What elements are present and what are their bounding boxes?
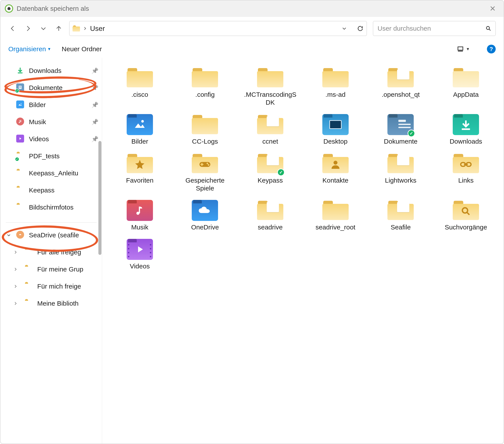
breadcrumb-segment[interactable]: User: [90, 25, 105, 33]
sidebar-item-pdf_tests[interactable]: ✓PDF_tests: [0, 148, 102, 165]
file-tile[interactable]: AppData: [436, 66, 496, 106]
file-tile[interactable]: .config: [175, 66, 235, 106]
address-dropdown-button[interactable]: [342, 26, 347, 31]
file-tile[interactable]: .MCTranscodingSDK: [240, 66, 300, 106]
folder-icon: [72, 25, 80, 32]
file-tile[interactable]: .cisco: [110, 66, 170, 106]
file-tile[interactable]: Downloads: [436, 113, 496, 145]
folder-icon: [127, 68, 153, 87]
music-folder-icon: [127, 200, 153, 221]
search-icon: [485, 25, 491, 32]
file-tile[interactable]: seadrive_root: [306, 198, 365, 231]
file-tile[interactable]: Links: [436, 152, 496, 192]
body: Downloads📌✓Dokumente📌Bilder📌Musik📌Videos…: [0, 58, 504, 444]
new-folder-button[interactable]: Neuer Ordner: [62, 45, 102, 53]
file-grid: .cisco.config.MCTranscodingSDK.ms-ad.ope…: [110, 66, 496, 270]
svg-point-19: [462, 208, 468, 213]
search-icon: [461, 206, 471, 217]
sidebar-item-keepass_anl[interactable]: Keepass_Anleitu: [0, 165, 102, 182]
file-tile[interactable]: Musik: [110, 198, 170, 231]
file-tile-label: Bilder: [131, 137, 148, 145]
view-mode-button[interactable]: ▼: [457, 46, 470, 52]
chevron-right-icon[interactable]: [14, 284, 18, 288]
seadrive-icon: [16, 231, 24, 239]
sidebar-item-seadrive-child[interactable]: Für mich freige: [0, 278, 102, 295]
up-button[interactable]: [54, 24, 63, 33]
sidebar-item-seadrive[interactable]: SeaDrive (seafile: [0, 227, 102, 244]
folder-icon: [387, 154, 414, 173]
file-tile-label: ccnet: [262, 137, 278, 145]
file-tile[interactable]: ✓Dokumente: [371, 113, 431, 145]
forward-button[interactable]: [24, 24, 33, 33]
sync-badge-icon: ✓: [15, 157, 19, 161]
folder-icon: [453, 68, 479, 87]
sidebar-divider: [6, 222, 97, 223]
sidebar-item-label: PDF_tests: [29, 152, 60, 160]
chevron-down-icon[interactable]: [7, 233, 11, 237]
file-tile[interactable]: .openshot_qt: [371, 66, 431, 106]
file-tile[interactable]: ✓Keypass: [240, 152, 300, 192]
sidebar-item-keepass[interactable]: Keepass: [0, 182, 102, 199]
refresh-button[interactable]: [357, 25, 363, 32]
folder-icon: [192, 68, 218, 87]
titlebar: Datenbank speichern als ✕: [0, 0, 504, 17]
sidebar-item-seadrive-child[interactable]: Für meine Grup: [0, 261, 102, 278]
star-icon: [134, 159, 145, 170]
sidebar-item-label: SeaDrive (seafile: [29, 231, 79, 239]
chevron-right-icon[interactable]: [14, 302, 18, 306]
file-tile[interactable]: Kontakte: [306, 152, 365, 192]
sidebar-item-seadrive-child[interactable]: Für alle freigeg: [0, 244, 102, 261]
back-button[interactable]: [8, 24, 17, 33]
sidebar-item-label: Bildschirmfotos: [29, 204, 73, 211]
sidebar-item-bilder[interactable]: Bilder📌: [0, 96, 102, 113]
file-tile[interactable]: Videos: [110, 237, 170, 270]
file-tile[interactable]: Bilder: [110, 113, 170, 145]
file-tile[interactable]: Seafile: [371, 198, 431, 231]
file-tile[interactable]: Gespeicherte Spiele: [175, 152, 235, 192]
file-tile-label: Videos: [130, 262, 150, 270]
search-box[interactable]: [373, 21, 496, 36]
sidebar-item-dokumente[interactable]: ✓Dokumente📌: [0, 79, 102, 96]
sidebar-item-label: Musik: [29, 118, 46, 126]
file-tile[interactable]: Favoriten: [110, 152, 170, 192]
pin-icon: 📌: [91, 85, 98, 91]
file-pane[interactable]: .cisco.config.MCTranscodingSDK.ms-ad.ope…: [102, 58, 504, 444]
folder-icon: [387, 68, 414, 87]
sidebar-item-label: Meine Biblioth: [37, 300, 78, 307]
sidebar-item-downloads[interactable]: Downloads📌: [0, 62, 102, 79]
file-tile[interactable]: .ms-ad: [306, 66, 365, 106]
chevron-right-icon: [83, 27, 87, 31]
svg-rect-5: [19, 87, 21, 87]
sidebar-item-label: Für alle freigeg: [37, 249, 81, 256]
sidebar-item-label: Dokumente: [29, 84, 62, 91]
folder-icon: [322, 154, 349, 173]
file-tile[interactable]: Lightworks: [371, 152, 431, 192]
sidebar-item-screenshots[interactable]: Bildschirmfotos: [0, 199, 102, 216]
file-tile-label: Musik: [131, 223, 148, 231]
file-tile[interactable]: Desktop: [306, 113, 365, 145]
person-icon: [330, 159, 341, 170]
sidebar-item-videos[interactable]: Videos📌: [0, 131, 102, 148]
file-tile[interactable]: Suchvorgänge: [436, 198, 496, 231]
address-bar[interactable]: User: [69, 21, 367, 36]
file-tile-label: Desktop: [324, 137, 347, 145]
file-tile[interactable]: OneDrive: [175, 198, 235, 231]
sidebar-item-seadrive-child[interactable]: Meine Biblioth: [0, 295, 102, 312]
file-tile-label: Suchvorgänge: [445, 223, 487, 231]
help-button[interactable]: ?: [487, 45, 496, 53]
sidebar-item-label: Bilder: [29, 101, 46, 109]
file-tile-label: Links: [458, 176, 473, 184]
pin-icon: 📌: [91, 119, 98, 125]
search-input[interactable]: [377, 25, 485, 33]
recent-locations-button[interactable]: [39, 24, 48, 33]
file-tile[interactable]: ccnet: [240, 113, 300, 145]
sidebar-item-musik[interactable]: Musik📌: [0, 113, 102, 131]
pictures-folder-icon: [127, 114, 153, 135]
close-button[interactable]: ✕: [487, 4, 498, 13]
file-tile[interactable]: seadrive: [240, 198, 300, 231]
scrollbar-thumb[interactable]: [98, 141, 101, 255]
chevron-right-icon[interactable]: [14, 267, 18, 271]
chevron-right-icon[interactable]: [14, 250, 18, 254]
file-tile[interactable]: CC-Logs: [175, 113, 235, 145]
organize-menu[interactable]: Organisieren ▼: [8, 45, 51, 53]
